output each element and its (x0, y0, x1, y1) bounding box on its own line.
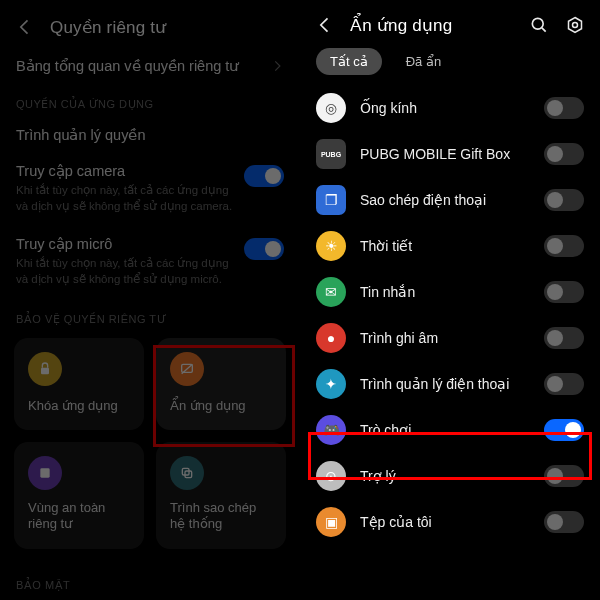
search-icon[interactable] (528, 14, 550, 36)
lens-icon: ◎ (316, 93, 346, 123)
app-row[interactable]: PUBG PUBG MOBILE Gift Box (300, 131, 600, 177)
camera-access-title: Truy cập camera (16, 163, 234, 179)
assistant-icon: ⊙ (316, 461, 346, 491)
app-row[interactable]: ☀ Thời tiết (300, 223, 600, 269)
chevron-right-icon (270, 59, 284, 73)
tile-system-cloner[interactable]: Trình sao chép hệ thống (156, 442, 286, 549)
tile-app-lock-label: Khóa ứng dụng (28, 398, 130, 414)
mic-access-desc: Khi tắt tùy chọn này, tất cả các ứng dụn… (16, 256, 234, 287)
games-icon: 🎮 (316, 415, 346, 445)
app-name: Tệp của tôi (360, 514, 530, 530)
section-app-permissions: QUYỀN CỦA ỨNG DỤNG (0, 84, 300, 117)
app-name: Trình quản lý điện thoại (360, 376, 530, 392)
lock-icon (28, 352, 62, 386)
camera-access-toggle[interactable] (244, 165, 284, 187)
tile-private-safe[interactable]: Vùng an toàn riêng tư (14, 442, 144, 549)
svg-rect-2 (40, 468, 49, 477)
hide-apps-pane: Ẩn ứng dụng Tất cả Đã ẩn ◎ Ống kính PUBG… (300, 0, 600, 600)
phone-manager-icon: ✦ (316, 369, 346, 399)
app-row[interactable]: ✦ Trình quản lý điện thoại (300, 361, 600, 407)
header: Ẩn ứng dụng (300, 0, 600, 44)
privacy-overview-row[interactable]: Bảng tổng quan về quyền riêng tư (0, 48, 300, 84)
app-row[interactable]: 🎮 Trò chơi (300, 407, 600, 453)
settings-icon[interactable] (564, 14, 586, 36)
permission-manager-label: Trình quản lý quyền (16, 127, 146, 143)
app-row[interactable]: ⊙ Trợ lý (300, 453, 600, 499)
mic-access-title: Truy cập micrô (16, 236, 234, 252)
back-icon[interactable] (314, 14, 336, 36)
camera-access-row[interactable]: Truy cập camera Khi tắt tùy chọn này, tấ… (0, 153, 300, 218)
app-list: ◎ Ống kính PUBG PUBG MOBILE Gift Box ❐ S… (300, 85, 600, 545)
app-toggle[interactable] (544, 373, 584, 395)
section-privacy-protection: BẢO VỆ QUYỀN RIÊNG TƯ (0, 299, 300, 332)
files-icon: ▣ (316, 507, 346, 537)
app-name: Trò chơi (360, 422, 530, 438)
app-toggle[interactable] (544, 189, 584, 211)
app-name: Trình ghi âm (360, 330, 530, 346)
phone-clone-icon: ❐ (316, 185, 346, 215)
header: Quyền riêng tư (0, 0, 300, 48)
tile-app-lock[interactable]: Khóa ứng dụng (14, 338, 144, 430)
safe-icon (28, 456, 62, 490)
tab-all[interactable]: Tất cả (316, 48, 382, 75)
app-row[interactable]: ● Trình ghi âm (300, 315, 600, 361)
section-security: BẢO MẬT (0, 565, 300, 598)
app-name: Thời tiết (360, 238, 530, 254)
camera-access-desc: Khi tắt tùy chọn này, tất cả các ứng dụn… (16, 183, 234, 214)
page-title: Ẩn ứng dụng (350, 15, 452, 36)
app-toggle[interactable] (544, 327, 584, 349)
privacy-overview-label: Bảng tổng quan về quyền riêng tư (16, 58, 239, 74)
svg-point-6 (573, 23, 578, 28)
app-toggle[interactable] (544, 465, 584, 487)
back-icon[interactable] (14, 16, 36, 38)
app-toggle[interactable] (544, 143, 584, 165)
messages-icon: ✉ (316, 277, 346, 307)
recorder-icon: ● (316, 323, 346, 353)
filter-tabs: Tất cả Đã ẩn (300, 44, 600, 85)
permission-manager-row[interactable]: Trình quản lý quyền (0, 117, 300, 153)
privacy-settings-pane: Quyền riêng tư Bảng tổng quan về quyền r… (0, 0, 300, 600)
app-toggle[interactable] (544, 235, 584, 257)
tab-hidden[interactable]: Đã ẩn (392, 48, 455, 75)
app-name: Tin nhắn (360, 284, 530, 300)
app-name: Trợ lý (360, 468, 530, 484)
app-row[interactable]: ▣ Tệp của tôi (300, 499, 600, 545)
clone-icon (170, 456, 204, 490)
svg-point-5 (532, 18, 543, 29)
app-row[interactable]: ✉ Tin nhắn (300, 269, 600, 315)
app-row[interactable]: ◎ Ống kính (300, 85, 600, 131)
hide-icon (170, 352, 204, 386)
weather-icon: ☀ (316, 231, 346, 261)
page-title: Quyền riêng tư (50, 17, 166, 38)
app-toggle[interactable] (544, 419, 584, 441)
app-toggle[interactable] (544, 281, 584, 303)
mic-access-row[interactable]: Truy cập micrô Khi tắt tùy chọn này, tất… (0, 226, 300, 291)
tile-system-cloner-label: Trình sao chép hệ thống (170, 500, 272, 533)
mic-access-toggle[interactable] (244, 238, 284, 260)
app-toggle[interactable] (544, 511, 584, 533)
privacy-tiles: Khóa ứng dụng Ẩn ứng dụng Vùng an toàn r… (0, 332, 300, 555)
app-name: Ống kính (360, 100, 530, 116)
app-name: Sao chép điện thoại (360, 192, 530, 208)
app-toggle[interactable] (544, 97, 584, 119)
app-name: PUBG MOBILE Gift Box (360, 146, 530, 162)
app-row[interactable]: ❐ Sao chép điện thoại (300, 177, 600, 223)
svg-rect-0 (41, 368, 49, 375)
tile-hide-apps-label: Ẩn ứng dụng (170, 398, 272, 414)
pubg-icon: PUBG (316, 139, 346, 169)
tile-private-safe-label: Vùng an toàn riêng tư (28, 500, 130, 533)
tile-hide-apps[interactable]: Ẩn ứng dụng (156, 338, 286, 430)
